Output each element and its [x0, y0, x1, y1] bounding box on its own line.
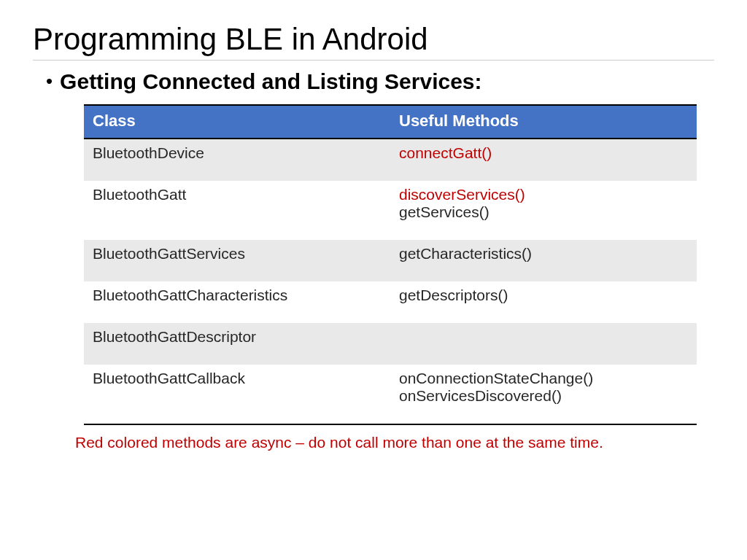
classes-table: Class Useful Methods BluetoothDeviceconn…: [84, 104, 697, 425]
methods-cell: onConnectionStateChange()onServicesDisco…: [390, 365, 697, 424]
table-row: BluetoothGattCharacteristicsgetDescripto…: [84, 281, 697, 323]
method: onConnectionStateChange(): [399, 370, 593, 386]
class-cell: BluetoothGattCharacteristics: [84, 281, 390, 323]
table-row: BluetoothGattDescriptor: [84, 323, 697, 365]
table-body: BluetoothDeviceconnectGatt()BluetoothGat…: [84, 139, 697, 424]
header-class: Class: [84, 105, 390, 139]
method: getServices(): [399, 203, 489, 220]
title-divider: [33, 60, 714, 61]
method: onServicesDiscovered(): [399, 387, 562, 404]
methods-cell: connectGatt(): [390, 139, 697, 181]
methods-cell: discoverServices()getServices(): [390, 181, 697, 240]
class-cell: BluetoothDevice: [84, 139, 390, 181]
class-cell: BluetoothGattCallback: [84, 365, 390, 424]
footnote: Red colored methods are async – do not c…: [75, 434, 714, 451]
method: getDescriptors(): [399, 287, 508, 303]
table-header-row: Class Useful Methods: [84, 105, 697, 139]
methods-cell: getDescriptors(): [390, 281, 697, 323]
table-row: BluetoothGattCallbackonConnectionStateCh…: [84, 365, 697, 424]
methods-cell: [390, 323, 697, 365]
header-methods: Useful Methods: [390, 105, 697, 139]
method: getCharacteristics(): [399, 245, 532, 262]
class-cell: BluetoothGatt: [84, 181, 390, 240]
class-cell: BluetoothGattServices: [84, 240, 390, 281]
method-async: connectGatt(): [399, 144, 492, 161]
methods-cell: getCharacteristics(): [390, 240, 697, 281]
table-row: BluetoothDeviceconnectGatt(): [84, 139, 697, 181]
method-async: discoverServices(): [399, 186, 525, 203]
table-row: BluetoothGattdiscoverServices()getServic…: [84, 181, 697, 240]
subtitle-row: • Getting Connected and Listing Services…: [46, 69, 714, 94]
slide: Programming BLE in Android • Getting Con…: [0, 0, 747, 466]
table-row: BluetoothGattServicesgetCharacteristics(…: [84, 240, 697, 281]
subtitle-text: Getting Connected and Listing Services:: [60, 69, 481, 94]
class-cell: BluetoothGattDescriptor: [84, 323, 390, 365]
bullet-icon: •: [46, 69, 53, 93]
slide-title: Programming BLE in Android: [33, 22, 714, 57]
